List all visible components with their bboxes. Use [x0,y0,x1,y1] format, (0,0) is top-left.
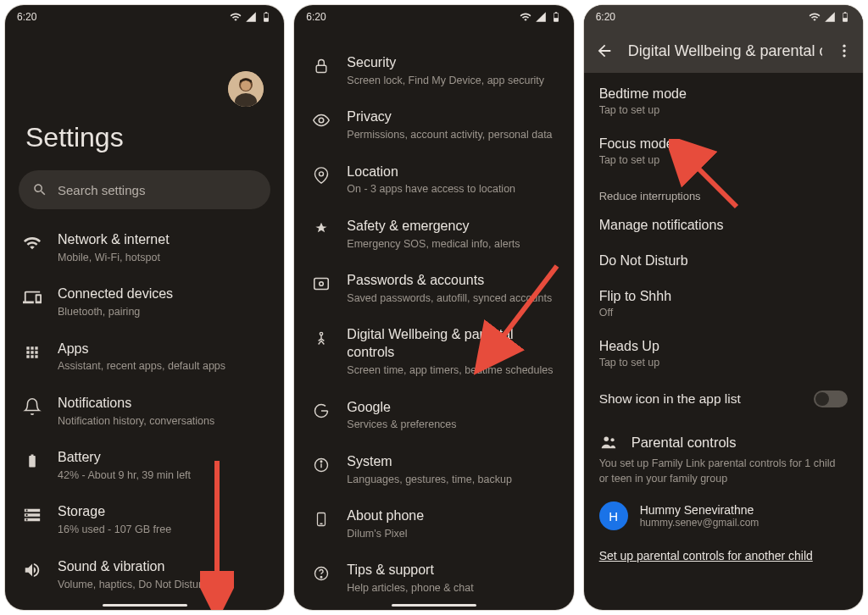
help-icon [311,563,331,584]
status-time: 6:20 [596,11,615,23]
settings-item-security[interactable]: SecurityScreen lock, Find My Device, app… [299,44,568,98]
screen-content: Settings Search settings Network & inter… [5,29,284,610]
status-icons [809,11,851,23]
search-bar[interactable]: Search settings [19,170,270,209]
settings-item-apps[interactable]: AppsAssistant, recent apps, default apps [10,330,279,385]
svg-rect-24 [843,14,848,18]
parental-controls-desc: You set up Family Link parental controls… [584,457,863,495]
search-placeholder: Search settings [58,183,145,197]
location-icon [311,165,331,186]
item-heads-up[interactable]: Heads Up Tap to set up [584,329,863,379]
item-show-icon-toggle[interactable]: Show icon in the app list [584,379,863,419]
app-bar: Digital Wellbeing & parental co… [584,29,863,73]
child-account-row[interactable]: H Hummy Senevirathne hummy.senev@gmail.c… [584,495,863,537]
svg-point-13 [320,282,324,286]
settings-item-about-phone[interactable]: About phoneDilum's Pixel [299,497,568,551]
battery-icon [22,451,42,471]
child-avatar: H [599,501,628,530]
item-bedtime-mode[interactable]: Bedtime mode Tap to set up [584,76,863,126]
svg-point-26 [843,49,845,52]
settings-item-system[interactable]: SystemLanguages, gestures, time, backup [299,443,568,497]
google-icon [311,401,331,421]
phone-icon [311,509,331,529]
screen-content: Bedtime mode Tap to set up Focus mode Ta… [584,73,863,610]
back-button[interactable] [593,39,616,63]
settings-item-notifications[interactable]: NotificationsNotification history, conve… [10,385,279,439]
settings-item-digital-wellbeing[interactable]: Digital Wellbeing & parental controlsScr… [299,316,568,388]
item-focus-mode[interactable]: Focus mode Tap to set up [584,126,863,176]
settings-item-passwords[interactable]: Passwords & accountsSaved passwords, aut… [299,262,568,316]
wifi-icon [22,233,42,253]
wellbeing-icon [311,328,331,348]
settings-item-tips[interactable]: Tips & supportHelp articles, phone & cha… [299,551,568,606]
appbar-title: Digital Wellbeing & parental co… [628,42,822,60]
devices-icon [22,287,42,308]
settings-item-google[interactable]: GoogleServices & preferences [299,389,568,443]
info-icon [311,455,331,475]
lock-icon [311,56,331,76]
settings-item-safety[interactable]: Safety & emergencyEmergency SOS, medical… [299,208,568,262]
settings-item-privacy[interactable]: PrivacyPermissions, account activity, pe… [299,98,568,152]
privacy-icon [311,110,331,130]
svg-point-11 [320,171,324,175]
status-icons [230,11,272,23]
settings-list: Network & internetMobile, Wi-Fi, hotspot… [5,221,284,610]
status-time: 6:20 [306,11,326,23]
bell-icon [22,396,42,417]
status-time: 6:20 [17,11,36,23]
setup-another-child-link[interactable]: Set up parental controls for another chi… [584,537,863,574]
svg-rect-9 [316,65,326,72]
toggle-switch-off[interactable] [814,391,848,407]
phone-digital-wellbeing: 6:20 Digital Wellbeing & parental co… Be… [584,5,863,610]
status-bar: 6:20 [294,5,573,29]
storage-icon [22,505,42,525]
nav-handle[interactable] [392,604,476,607]
status-bar: 6:20 [584,5,863,29]
svg-point-28 [604,437,609,442]
svg-point-27 [843,54,845,57]
settings-item-sound[interactable]: Sound & vibrationVolume, haptics, Do Not… [10,548,279,602]
child-name: Hummy Senevirathne [640,503,760,517]
svg-rect-12 [314,279,329,290]
svg-rect-8 [554,14,558,18]
parental-controls-header: Parental controls [584,419,863,457]
item-do-not-disturb[interactable]: Do Not Disturb [584,243,863,279]
child-email: hummy.senev@gmail.com [640,517,760,529]
svg-point-21 [320,577,322,579]
apps-icon [22,342,42,363]
svg-point-29 [610,438,614,441]
status-icons [520,11,562,23]
section-reduce-interruptions: Reduce interruptions [584,176,863,208]
key-icon [311,274,331,294]
svg-point-10 [320,119,325,124]
svg-point-25 [843,45,845,47]
settings-item-network[interactable]: Network & internetMobile, Wi-Fi, hotspot [10,221,279,275]
settings-item-location[interactable]: LocationOn - 3 apps have access to locat… [299,153,568,208]
item-manage-notifications[interactable]: Manage notifications [584,208,863,243]
screen-content: SecurityScreen lock, Find My Device, app… [294,29,573,610]
phone-settings-home: 6:20 Settings Search settings Network & … [5,5,284,610]
more-button[interactable] [834,42,854,59]
status-bar: 6:20 [5,5,284,29]
item-flip-to-shhh[interactable]: Flip to Shhh Off [584,279,863,329]
settings-list: SecurityScreen lock, Find My Device, app… [294,29,573,607]
svg-point-4 [241,80,251,91]
svg-point-17 [320,461,322,463]
settings-item-connected-devices[interactable]: Connected devicesBluetooth, pairing [10,275,279,330]
settings-item-storage[interactable]: Storage16% used - 107 GB free [10,493,279,547]
search-icon [32,182,47,197]
svg-point-14 [320,333,323,335]
svg-rect-0 [264,14,269,18]
emergency-icon [311,219,331,240]
settings-item-battery[interactable]: Battery42% - About 9 hr, 39 min left [10,439,279,493]
family-icon [599,433,618,452]
volume-icon [22,560,42,580]
nav-handle[interactable] [103,604,187,607]
phone-settings-scrolled: 6:20 SecurityScreen lock, Find My Device… [294,5,573,610]
